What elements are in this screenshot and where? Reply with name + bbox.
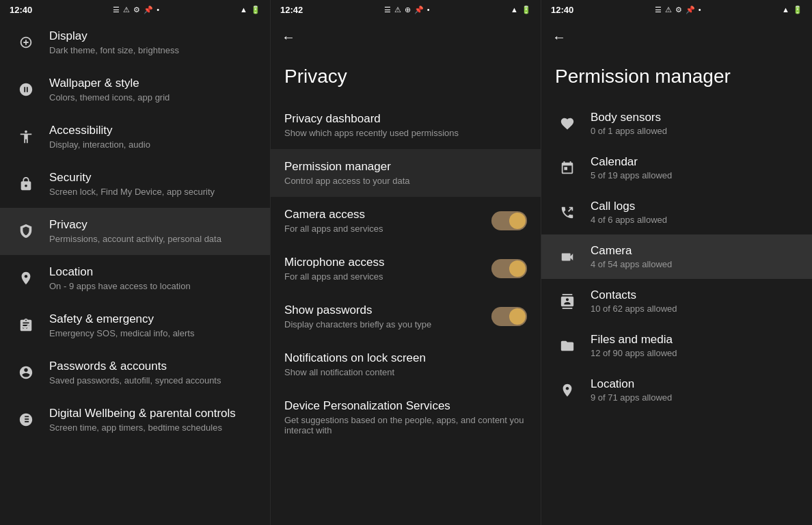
privacy-top-bar: ← [271, 19, 541, 55]
safety-text: Safety & emergency Emergency SOS, medica… [49, 312, 256, 340]
status-icons-right: ☰ ⚠ ⚙ 📌 • [655, 5, 701, 14]
location-title: Location [49, 265, 256, 280]
permission-manager-subtitle: Control app access to your data [284, 176, 527, 186]
security-subtitle: Screen lock, Find My Device, app securit… [49, 187, 256, 198]
show-passwords-toggle[interactable] [491, 307, 527, 326]
perm-item-body-sensors[interactable]: Body sensors 0 of 1 apps allowed [541, 101, 812, 146]
files-media-title: Files and media [591, 333, 677, 347]
warning-icon-right: ⚠ [665, 5, 672, 14]
accessibility-icon [14, 124, 38, 149]
wifi-status-mid: ⊕ [405, 5, 411, 14]
status-bar-left: 12:40 ☰ ⚠ ⚙ 📌 • ▲ 🔋 [0, 0, 270, 19]
microphone-access-toggle[interactable] [491, 259, 527, 278]
battery-icon-mid: 🔋 [522, 5, 531, 14]
status-right-left: ▲ 🔋 [240, 5, 260, 14]
body-sensors-text: Body sensors 0 of 1 apps allowed [591, 111, 667, 136]
files-icon [555, 334, 580, 358]
security-icon [14, 172, 38, 196]
calendar-title: Calendar [591, 155, 672, 169]
camera-access-item[interactable]: Camera access For all apps and services [271, 197, 541, 245]
settings-item-display[interactable]: Display Dark theme, font size, brightnes… [0, 19, 270, 66]
camera-icon [555, 245, 580, 269]
device-personalization-subtitle: Get suggestions based on the people, app… [284, 415, 527, 435]
back-button-right[interactable]: ← [552, 29, 566, 45]
settings-item-passwords[interactable]: Passwords & accounts Saved passwords, au… [0, 349, 270, 396]
settings-item-accessibility[interactable]: Accessibility Display, interaction, audi… [0, 113, 270, 161]
files-media-subtitle: 12 of 90 apps allowed [591, 348, 677, 358]
device-personalization-title: Device Personalization Services [284, 399, 527, 413]
show-passwords-title: Show passwords [284, 304, 431, 317]
settings-panel: 12:40 ☰ ⚠ ⚙ 📌 • ▲ 🔋 Display Dark theme, … [0, 0, 271, 525]
time-right: 12:40 [551, 5, 573, 15]
privacy-list: Privacy Privacy dashboard Show which app… [271, 55, 541, 525]
calendar-icon [555, 156, 580, 180]
back-button-mid[interactable]: ← [282, 29, 295, 45]
security-text: Security Screen lock, Find My Device, ap… [49, 170, 256, 198]
settings-item-privacy[interactable]: Privacy Permissions, account activity, p… [0, 208, 270, 255]
show-passwords-item[interactable]: Show passwords Display characters briefl… [271, 293, 541, 340]
dot-icon-mid: • [427, 5, 430, 14]
perm-item-camera[interactable]: Camera 4 of 54 apps allowed [541, 234, 812, 279]
calendar-subtitle: 5 of 19 apps allowed [591, 170, 672, 180]
display-subtitle: Dark theme, font size, brightness [49, 45, 256, 57]
location-perm-subtitle: 9 of 71 apps allowed [591, 392, 672, 403]
notifications-lock-subtitle: Show all notification content [284, 367, 527, 377]
security-title: Security [49, 170, 256, 185]
settings-status-right: ⚙ [675, 5, 682, 14]
wellbeing-title: Digital Wellbeing & parental controls [49, 406, 256, 421]
location-subtitle: On - 9 apps have access to location [49, 281, 256, 293]
pin-icon-mid: 📌 [414, 5, 424, 14]
menu-icon: ☰ [113, 5, 120, 14]
settings-item-security[interactable]: Security Screen lock, Find My Device, ap… [0, 161, 270, 208]
perm-item-files-media[interactable]: Files and media 12 of 90 apps allowed [541, 323, 812, 368]
perm-page-title: Permission manager [541, 55, 812, 101]
wellbeing-subtitle: Screen time, app timers, bedtime schedul… [49, 422, 256, 434]
location-perm-icon [555, 378, 580, 403]
passwords-title: Passwords & accounts [49, 359, 256, 374]
device-personalization-item[interactable]: Device Personalization Services Get sugg… [271, 388, 541, 446]
menu-icon-mid: ☰ [384, 5, 391, 14]
notifications-lock-item[interactable]: Notifications on lock screen Show all no… [271, 340, 541, 388]
wifi-icon-right: ▲ [782, 5, 789, 14]
safety-subtitle: Emergency SOS, medical info, alerts [49, 328, 256, 340]
settings-item-safety[interactable]: Safety & emergency Emergency SOS, medica… [0, 302, 270, 349]
status-right-mid: ▲ 🔋 [511, 5, 531, 14]
status-right-right: ▲ 🔋 [782, 5, 802, 14]
privacy-dashboard-subtitle: Show which apps recently used permission… [284, 128, 527, 138]
call-logs-title: Call logs [591, 200, 667, 213]
contacts-title: Contacts [591, 288, 677, 302]
battery-icon-right: 🔋 [793, 5, 802, 14]
battery-icon: 🔋 [251, 5, 260, 14]
microphone-access-text: Microphone access For all apps and servi… [284, 256, 384, 282]
perm-item-call-logs[interactable]: Call logs 4 of 6 apps allowed [541, 190, 812, 234]
accessibility-subtitle: Display, interaction, audio [49, 139, 256, 151]
perm-item-calendar[interactable]: Calendar 5 of 19 apps allowed [541, 146, 812, 190]
status-bar-mid: 12:42 ☰ ⚠ ⊕ 📌 • ▲ 🔋 [271, 0, 541, 19]
status-icons-left: ☰ ⚠ ⚙ 📌 • [113, 5, 159, 14]
contacts-subtitle: 10 of 62 apps allowed [591, 304, 677, 314]
privacy-dashboard-item[interactable]: Privacy dashboard Show which apps recent… [271, 101, 541, 149]
perm-item-contacts[interactable]: Contacts 10 of 62 apps allowed [541, 279, 812, 323]
camera-access-toggle[interactable] [491, 211, 527, 230]
dot-icon-right: • [699, 5, 701, 14]
wellbeing-text: Digital Wellbeing & parental controls Sc… [49, 406, 256, 434]
warning-icon-mid: ⚠ [394, 5, 401, 14]
passwords-toggle-knob [509, 308, 526, 325]
settings-item-wallpaper[interactable]: Wallpaper & style Colors, themed icons, … [0, 66, 270, 113]
privacy-dashboard-title: Privacy dashboard [284, 112, 527, 126]
permission-manager-item[interactable]: Permission manager Control app access to… [271, 149, 541, 197]
perm-item-location[interactable]: Location 9 of 71 apps allowed [541, 368, 812, 412]
settings-item-wellbeing[interactable]: Digital Wellbeing & parental controls Sc… [0, 396, 270, 444]
location-text: Location On - 9 apps have access to loca… [49, 265, 256, 293]
privacy-title: Privacy [49, 217, 256, 232]
show-passwords-text: Show passwords Display characters briefl… [284, 304, 431, 329]
perm-top-bar: ← [541, 19, 812, 55]
heart-icon [555, 111, 580, 136]
wallpaper-title: Wallpaper & style [49, 76, 256, 91]
privacy-text: Privacy Permissions, account activity, p… [49, 217, 256, 245]
call-logs-text: Call logs 4 of 6 apps allowed [591, 200, 667, 225]
settings-item-location[interactable]: Location On - 9 apps have access to loca… [0, 255, 270, 302]
microphone-access-item[interactable]: Microphone access For all apps and servi… [271, 245, 541, 293]
warning-icon: ⚠ [123, 5, 130, 14]
display-text: Display Dark theme, font size, brightnes… [49, 29, 256, 57]
